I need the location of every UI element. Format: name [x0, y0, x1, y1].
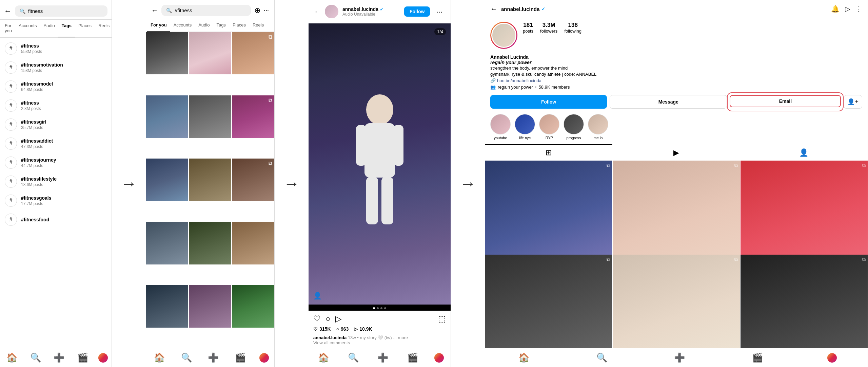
comment-button[interactable]: ○ — [326, 314, 331, 324]
search-back-button[interactable]: ← — [4, 7, 12, 16]
feed-search-value[interactable]: #fitness — [175, 7, 192, 13]
profile-avatar[interactable] — [434, 353, 444, 363]
list-item[interactable]: # #fitnessgirl 35.7M posts — [0, 115, 112, 134]
post-user-avatar[interactable] — [325, 5, 338, 18]
grid-item[interactable] — [189, 159, 231, 201]
add-user-button[interactable]: 👤+ — [844, 95, 862, 109]
home-icon[interactable]: 🏠 — [315, 351, 332, 364]
highlight-ryp[interactable]: RYP — [539, 114, 559, 140]
list-item[interactable]: # #fitness 553M posts — [0, 39, 112, 58]
follow-button[interactable]: Follow — [404, 6, 430, 17]
add-icon[interactable]: ➕ — [671, 351, 688, 364]
highlight-me-lo[interactable]: me lo — [588, 114, 608, 140]
tab-tags[interactable]: Tags — [58, 20, 75, 37]
profile-avatar[interactable] — [98, 353, 108, 363]
feed-tab-audio[interactable]: Audio — [195, 19, 213, 32]
notification-icon[interactable]: 🔔 — [831, 5, 840, 13]
grid-item[interactable] — [189, 222, 231, 264]
tab-accounts[interactable]: Accounts — [15, 20, 40, 37]
email-button[interactable]: Email — [730, 95, 841, 107]
follow-profile-button[interactable]: Follow — [490, 95, 607, 109]
search-nav-icon[interactable]: 🔍 — [178, 351, 195, 364]
feed-back-button[interactable]: ← — [151, 6, 158, 14]
grid-item[interactable] — [146, 95, 188, 138]
profile-avatar[interactable] — [259, 353, 269, 363]
profile-back-button[interactable]: ← — [490, 5, 497, 13]
feed-tab-for-you[interactable]: For you — [147, 19, 170, 32]
list-item[interactable]: # #fitnessfood — [0, 210, 112, 229]
more-button[interactable]: ··· — [264, 7, 269, 14]
list-item[interactable]: # #fitnessmodel 64.8M posts — [0, 77, 112, 96]
profile-grid-item[interactable]: ⧉ — [485, 255, 612, 348]
search-input-wrap[interactable]: 🔍 fitness — [15, 5, 107, 17]
share-button[interactable]: ▷ — [335, 314, 341, 324]
send-icon[interactable]: ▷ — [845, 5, 850, 13]
profile-stat-following[interactable]: 138 following — [564, 22, 581, 34]
grid-item[interactable] — [189, 285, 231, 328]
grid-item[interactable]: ⧉ — [232, 95, 274, 138]
bookmark-button[interactable]: ⬚ — [438, 314, 446, 324]
reels-icon[interactable]: 🎬 — [405, 351, 421, 364]
tab-for-you[interactable]: For you — [1, 20, 15, 37]
grid-item[interactable] — [146, 159, 188, 201]
grid-item[interactable] — [146, 285, 188, 328]
list-item[interactable]: # #fitnesslifestyle 18.6M posts — [0, 172, 112, 191]
reels-icon[interactable]: 🎬 — [75, 351, 91, 364]
feed-search-input[interactable]: 🔍 #fitness — [161, 5, 251, 16]
more-options-icon[interactable]: ⋮ — [855, 5, 862, 13]
search-nav-icon[interactable]: 🔍 — [27, 351, 44, 364]
add-icon[interactable]: ➕ — [375, 351, 391, 364]
list-item[interactable]: # #fitnessmotivation 158M posts — [0, 58, 112, 77]
profile-avatar[interactable] — [491, 23, 516, 48]
home-icon[interactable]: 🏠 — [151, 351, 167, 364]
reels-icon[interactable]: 🎬 — [232, 351, 249, 364]
home-icon[interactable]: 🏠 — [516, 351, 532, 364]
list-item[interactable]: # #fitness 2.8M posts — [0, 96, 112, 115]
tab-reels[interactable]: ▶ — [612, 144, 740, 161]
more-options-button[interactable]: ··· — [434, 8, 445, 16]
bio-link[interactable]: 🔗 hoo.be/annabellucinda — [490, 78, 862, 83]
grid-item[interactable] — [232, 285, 274, 328]
profile-grid-item[interactable]: ⧉ — [741, 255, 868, 348]
grid-item[interactable] — [189, 32, 231, 74]
grid-item[interactable]: ⧉ — [232, 159, 274, 201]
highlight-progress[interactable]: progress — [564, 114, 584, 140]
search-nav-icon[interactable]: 🔍 — [345, 351, 361, 364]
search-input[interactable]: fitness — [28, 8, 43, 14]
grid-item[interactable] — [189, 95, 231, 138]
list-item[interactable]: # #fitnessaddict 47.3M posts — [0, 134, 112, 153]
post-username[interactable]: annabel.lucinda ✓ — [342, 6, 400, 12]
profile-grid-item[interactable]: ⧉ — [613, 255, 740, 348]
tab-grid[interactable]: ⊞ — [485, 144, 612, 161]
feed-tab-reels[interactable]: Reels — [249, 19, 267, 32]
search-nav-icon[interactable]: 🔍 — [594, 351, 610, 364]
message-button[interactable]: Message — [610, 95, 727, 109]
caption-username[interactable]: annabel.lucinda — [313, 335, 347, 340]
home-icon[interactable]: 🏠 — [4, 351, 20, 364]
list-item[interactable]: # #fitnessjourney 44.7M posts — [0, 153, 112, 172]
bio-community[interactable]: 👥 regain your power • 58.9K members — [490, 85, 862, 90]
grid-item[interactable] — [146, 32, 188, 74]
grid-item[interactable] — [146, 222, 188, 264]
profile-stat-posts[interactable]: 181 posts — [523, 22, 533, 34]
highlight-lift-nyc[interactable]: lift: nyc — [515, 114, 535, 140]
list-item[interactable]: # #fitnessgoals 17.7M posts — [0, 191, 112, 210]
tag-user-icon[interactable]: 👤 — [313, 292, 322, 300]
feed-tab-places[interactable]: Places — [229, 19, 249, 32]
tab-places[interactable]: Places — [75, 20, 95, 37]
add-button[interactable]: ⊕ — [254, 6, 260, 15]
reels-icon[interactable]: 🎬 — [749, 351, 766, 364]
tab-audio[interactable]: Audio — [40, 20, 58, 37]
grid-item[interactable]: ⧉ — [232, 32, 274, 74]
caption-more[interactable]: ... more — [393, 335, 408, 340]
profile-stat-followers[interactable]: 3.3M followers — [540, 22, 557, 34]
profile-avatar[interactable] — [827, 353, 837, 363]
like-button[interactable]: ♡ — [313, 314, 321, 324]
view-comments[interactable]: View all comments — [313, 340, 350, 345]
grid-item[interactable] — [232, 222, 274, 264]
add-icon[interactable]: ➕ — [51, 351, 67, 364]
post-back-button[interactable]: ← — [314, 8, 321, 16]
highlight-youtube[interactable]: youtube — [490, 114, 511, 140]
feed-tab-accounts[interactable]: Accounts — [170, 19, 195, 32]
tab-tagged[interactable]: 👤 — [740, 144, 868, 161]
